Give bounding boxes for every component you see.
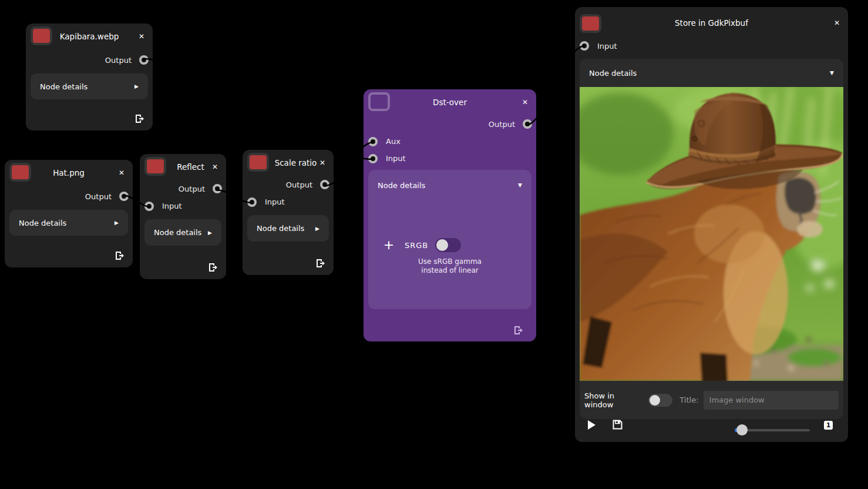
input-port-row: Input xyxy=(364,150,536,167)
node-header[interactable]: Dst-over ✕ xyxy=(364,89,536,115)
frame-count-badge: 1 xyxy=(824,421,833,430)
chevron-right-icon: ▶ xyxy=(315,226,319,232)
output-port-label: Output xyxy=(489,120,515,129)
srgb-property-row: + SRGB xyxy=(382,237,531,253)
node-details-header[interactable]: Node details ▼ xyxy=(580,59,843,87)
input-port-label: Input xyxy=(162,202,182,210)
node-title: Store in GdkPixbuf xyxy=(575,7,848,39)
close-icon[interactable]: ✕ xyxy=(212,163,218,170)
wire-kapibara-to-dstover xyxy=(144,59,372,159)
output-port-label: Output xyxy=(179,185,205,193)
input-port-label: Input xyxy=(597,42,617,51)
node-card-reflect[interactable]: Reflect ✕ Output Input Node details ▶ xyxy=(140,154,226,279)
node-title: Kapibara.webp xyxy=(26,24,153,49)
node-details-label: Node details xyxy=(378,181,425,190)
title-field-label: Title: xyxy=(679,396,698,404)
toggle-knob xyxy=(650,395,660,406)
node-header[interactable]: Store in GdkPixbuf ✕ xyxy=(575,7,848,39)
export-icon[interactable] xyxy=(513,325,523,336)
node-details-label: Node details xyxy=(40,82,88,91)
output-port-label: Output xyxy=(85,192,112,201)
node-card-scale-ratio[interactable]: Scale ratio ✕ Output Input Node details … xyxy=(243,150,334,275)
srgb-label: SRGB xyxy=(405,241,428,250)
output-port-row: Output xyxy=(5,186,133,207)
chevron-right-icon: ▶ xyxy=(208,230,212,236)
output-port-row: Output xyxy=(364,115,536,133)
export-icon[interactable] xyxy=(207,262,218,273)
srgb-caption-line1: Use sRGB gamma xyxy=(368,257,531,266)
node-details-header[interactable]: Node details ▼ xyxy=(368,170,531,200)
save-icon[interactable] xyxy=(613,420,623,431)
node-title: Hat.png xyxy=(5,160,133,186)
aux-port-connector[interactable] xyxy=(368,137,378,146)
close-icon[interactable]: ✕ xyxy=(119,169,125,176)
input-port-connector[interactable] xyxy=(580,41,589,51)
srgb-toggle[interactable] xyxy=(435,238,461,252)
close-icon[interactable]: ✕ xyxy=(319,159,325,166)
node-graph-canvas[interactable]: Kapibara.webp ✕ Output Node details ▶ Ha… xyxy=(0,0,868,489)
export-icon[interactable] xyxy=(114,250,125,261)
node-header[interactable]: Scale ratio ✕ xyxy=(243,150,334,176)
input-port-connector[interactable] xyxy=(144,202,154,211)
node-header[interactable]: Hat.png ✕ xyxy=(5,160,133,186)
close-icon[interactable]: ✕ xyxy=(522,99,528,106)
output-port-connector[interactable] xyxy=(213,184,222,193)
node-card-store-gdkpixbuf[interactable]: Store in GdkPixbuf ✕ Input Node details … xyxy=(575,7,848,442)
input-port-connector[interactable] xyxy=(247,197,257,207)
node-details-label: Node details xyxy=(589,69,637,78)
output-port-row: Output xyxy=(140,180,226,197)
srgb-caption-line2: instead of linear xyxy=(368,266,531,275)
frame-slider[interactable] xyxy=(735,424,810,436)
close-icon[interactable]: ✕ xyxy=(834,19,840,26)
show-in-window-label: Show in window xyxy=(584,391,641,409)
aux-port-label: Aux xyxy=(386,137,401,146)
input-port-row: Input xyxy=(140,197,226,215)
input-port-label: Input xyxy=(265,197,285,206)
close-icon[interactable]: ✕ xyxy=(139,33,144,40)
node-details-label: Node details xyxy=(257,224,304,233)
aux-port-row: Aux xyxy=(364,133,536,150)
node-card-hat[interactable]: Hat.png ✕ Output Node details ▶ xyxy=(5,160,133,267)
node-details-panel: Node details ▼ xyxy=(580,59,843,419)
window-title-input[interactable] xyxy=(704,391,839,410)
slider-knob[interactable] xyxy=(736,424,748,436)
node-header[interactable]: Kapibara.webp ✕ xyxy=(26,24,153,49)
node-details-row[interactable]: Node details ▶ xyxy=(9,210,128,236)
output-port-label: Output xyxy=(105,56,132,65)
output-port-connector[interactable] xyxy=(139,55,149,65)
chevron-right-icon: ▶ xyxy=(115,220,119,226)
node-details-row[interactable]: Node details ▶ xyxy=(31,73,148,99)
add-icon[interactable]: + xyxy=(382,239,395,251)
show-in-window-toggle[interactable] xyxy=(648,394,672,407)
node-details-panel: Node details ▼ + SRGB Use sRGB gamma ins… xyxy=(368,170,531,309)
node-header[interactable]: Reflect ✕ xyxy=(140,154,226,180)
toggle-knob xyxy=(436,239,448,251)
export-icon[interactable] xyxy=(134,113,144,124)
srgb-caption: Use sRGB gamma instead of linear xyxy=(368,257,531,275)
chevron-down-icon: ▼ xyxy=(518,182,522,188)
input-port-connector[interactable] xyxy=(368,154,378,163)
input-port-row: Input xyxy=(243,193,334,210)
chevron-right-icon: ▶ xyxy=(134,83,139,89)
input-port-label: Input xyxy=(386,154,406,163)
node-details-label: Node details xyxy=(19,219,66,227)
node-details-row[interactable]: Node details ▶ xyxy=(144,219,221,246)
output-port-connector[interactable] xyxy=(119,192,129,201)
node-card-dst-over[interactable]: Dst-over ✕ Output Aux Input Node details… xyxy=(364,89,536,341)
output-port-connector[interactable] xyxy=(320,180,329,189)
output-port-connector[interactable] xyxy=(523,119,532,129)
node-title: Dst-over xyxy=(364,89,536,115)
output-port-row: Output xyxy=(243,176,334,193)
output-port-label: Output xyxy=(286,180,312,189)
node-details-row[interactable]: Node details ▶ xyxy=(247,215,329,242)
input-port-row: Input xyxy=(575,39,848,53)
export-icon[interactable] xyxy=(315,258,325,269)
chevron-down-icon: ▼ xyxy=(830,70,834,76)
output-port-row: Output xyxy=(26,49,153,71)
play-icon[interactable] xyxy=(587,420,596,432)
node-details-label: Node details xyxy=(154,228,201,237)
transport-bar: 1 xyxy=(575,410,848,442)
preview-image xyxy=(580,87,843,381)
node-card-kapibara[interactable]: Kapibara.webp ✕ Output Node details ▶ xyxy=(26,24,153,130)
